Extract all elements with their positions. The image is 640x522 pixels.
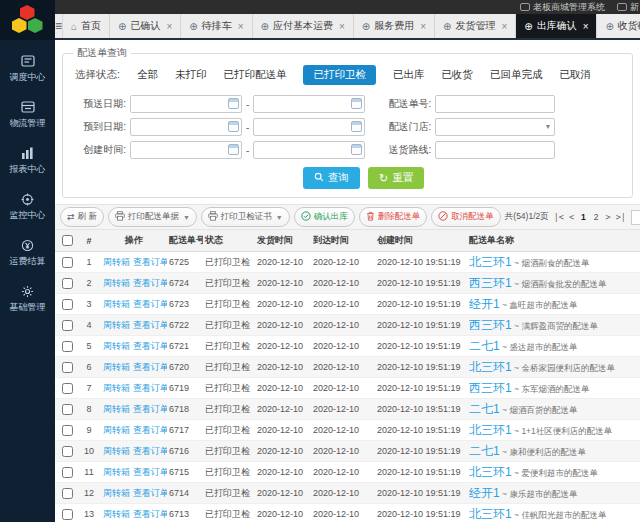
action-link-周转箱[interactable]: 周转箱 [103, 257, 130, 267]
calendar-icon[interactable] [351, 98, 362, 109]
reset-button[interactable]: ↻ 重置 [368, 167, 424, 189]
calendar-icon[interactable] [351, 144, 362, 155]
calendar-icon[interactable] [351, 121, 362, 132]
status-option-已打印配送单[interactable]: 已打印配送单 [223, 68, 286, 82]
tab-收货确认[interactable]: ⊕收货确认× [596, 14, 640, 38]
tab-home[interactable]: ⌂ 首页 [62, 14, 109, 38]
status-option-已收货[interactable]: 已收货 [441, 68, 473, 82]
order-no-input[interactable] [435, 95, 555, 113]
row-checkbox[interactable] [62, 383, 73, 394]
tab-发货管理[interactable]: ⊕发货管理× [434, 14, 515, 38]
search-button[interactable]: 查询 [303, 167, 360, 189]
tab-close-icon[interactable]: × [166, 21, 172, 32]
action-link-周转箱[interactable]: 周转箱 [103, 299, 130, 309]
prearrive-end-input[interactable] [253, 118, 365, 136]
row-checkbox[interactable] [62, 488, 73, 499]
bookmark-item[interactable]: 新 [617, 1, 639, 14]
action-link-查看订单[interactable]: 查看订单 [133, 362, 167, 372]
tab-应付基本运费[interactable]: ⊕应付基本运费× [252, 14, 353, 38]
print-delivery-button[interactable]: 打印配送单据 ▼ [108, 207, 197, 227]
action-link-查看订单[interactable]: 查看订单 [133, 446, 167, 456]
presend-end-input[interactable] [253, 95, 365, 113]
first-page-button[interactable]: |< [554, 212, 564, 222]
refresh-button[interactable]: ⇄ 刷 新 [60, 207, 104, 227]
sidebar-item-基础管理[interactable]: 基础管理 [10, 284, 46, 314]
action-link-查看订单[interactable]: 查看订单 [133, 257, 167, 267]
status-option-未打印[interactable]: 未打印 [175, 68, 207, 82]
calendar-icon[interactable] [228, 121, 239, 132]
confirm-outbound-button[interactable]: 确认出库 [294, 207, 355, 227]
action-link-查看订单[interactable]: 查看订单 [133, 467, 167, 477]
route-input[interactable] [435, 141, 555, 159]
store-select[interactable] [435, 118, 555, 136]
status-option-已打印卫检[interactable]: 已打印卫检 [303, 65, 376, 85]
row-checkbox[interactable] [62, 467, 73, 478]
created-end-input[interactable] [253, 141, 365, 159]
tab-close-icon[interactable]: × [583, 21, 589, 32]
tab-已确认[interactable]: ⊕已确认× [109, 14, 180, 38]
row-checkbox[interactable] [62, 257, 73, 268]
action-link-查看订单[interactable]: 查看订单 [133, 299, 167, 309]
row-checkbox[interactable] [62, 299, 73, 310]
row-checkbox[interactable] [62, 425, 73, 436]
tab-close-icon[interactable]: × [238, 21, 244, 32]
tab-close-icon[interactable]: × [420, 21, 426, 32]
next-page-button[interactable]: > [606, 212, 611, 222]
status-option-已回单完成[interactable]: 已回单完成 [490, 68, 543, 82]
action-link-周转箱[interactable]: 周转箱 [103, 488, 130, 498]
page-jump-input[interactable] [631, 210, 640, 225]
action-link-查看订单[interactable]: 查看订单 [133, 488, 167, 498]
action-link-查看订单[interactable]: 查看订单 [133, 320, 167, 330]
delete-order-button[interactable]: 删除配送单 [359, 207, 428, 227]
row-checkbox[interactable] [62, 278, 73, 289]
tab-服务费用[interactable]: ⊕服务费用× [353, 14, 434, 38]
status-option-已取消[interactable]: 已取消 [559, 68, 591, 82]
calendar-icon[interactable] [228, 98, 239, 109]
page-button-1[interactable]: 1 [579, 212, 588, 222]
print-sanitary-button[interactable]: 打印卫检证书 ▼ [201, 207, 290, 227]
action-link-查看订单[interactable]: 查看订单 [133, 404, 167, 414]
sidebar-item-报表中心[interactable]: 报表中心 [10, 146, 46, 176]
action-link-周转箱[interactable]: 周转箱 [103, 404, 130, 414]
action-link-查看订单[interactable]: 查看订单 [133, 383, 167, 393]
row-checkbox[interactable] [62, 362, 73, 373]
tab-待排车[interactable]: ⊕待排车× [180, 14, 251, 38]
action-link-查看订单[interactable]: 查看订单 [133, 278, 167, 288]
action-link-周转箱[interactable]: 周转箱 [103, 341, 130, 351]
row-checkbox[interactable] [62, 509, 73, 520]
select-all-checkbox[interactable] [62, 235, 73, 246]
sidebar-item-监控中心[interactable]: 监控中心 [10, 192, 46, 222]
action-link-查看订单[interactable]: 查看订单 [133, 341, 167, 351]
prearrive-start-input[interactable] [130, 118, 242, 136]
prev-page-button[interactable]: < [569, 212, 574, 222]
row-checkbox[interactable] [62, 446, 73, 457]
action-link-查看订单[interactable]: 查看订单 [133, 509, 167, 519]
status-option-已出库[interactable]: 已出库 [393, 68, 425, 82]
action-link-查看订单[interactable]: 查看订单 [133, 425, 167, 435]
action-link-周转箱[interactable]: 周转箱 [103, 362, 130, 372]
action-link-周转箱[interactable]: 周转箱 [103, 509, 130, 519]
last-page-button[interactable]: >| [616, 212, 626, 222]
action-link-周转箱[interactable]: 周转箱 [103, 383, 130, 393]
sidebar-item-物流管理[interactable]: 物流管理 [10, 100, 46, 130]
action-link-周转箱[interactable]: 周转箱 [103, 467, 130, 477]
action-link-周转箱[interactable]: 周转箱 [103, 446, 130, 456]
sidebar-item-调度中心[interactable]: 调度中心 [10, 54, 46, 84]
sidebar-collapse-icon[interactable]: ≡ [55, 14, 62, 38]
row-checkbox[interactable] [62, 320, 73, 331]
action-link-周转箱[interactable]: 周转箱 [103, 278, 130, 288]
action-link-周转箱[interactable]: 周转箱 [103, 425, 130, 435]
tab-close-icon[interactable]: × [501, 21, 507, 32]
created-start-input[interactable] [130, 141, 242, 159]
page-button-2[interactable]: 2 [592, 212, 601, 222]
action-link-周转箱[interactable]: 周转箱 [103, 320, 130, 330]
calendar-icon[interactable] [228, 144, 239, 155]
bookmark-item[interactable]: 老板商城管理系统 [520, 1, 605, 14]
tab-close-icon[interactable]: × [339, 21, 345, 32]
row-checkbox[interactable] [62, 341, 73, 352]
row-checkbox[interactable] [62, 404, 73, 415]
presend-start-input[interactable] [130, 95, 242, 113]
sidebar-item-运费结算[interactable]: 运费结算 [10, 238, 46, 268]
tab-出库确认[interactable]: ⊕出库确认× [515, 14, 596, 38]
cancel-order-button[interactable]: 取消配送单 [431, 207, 501, 227]
